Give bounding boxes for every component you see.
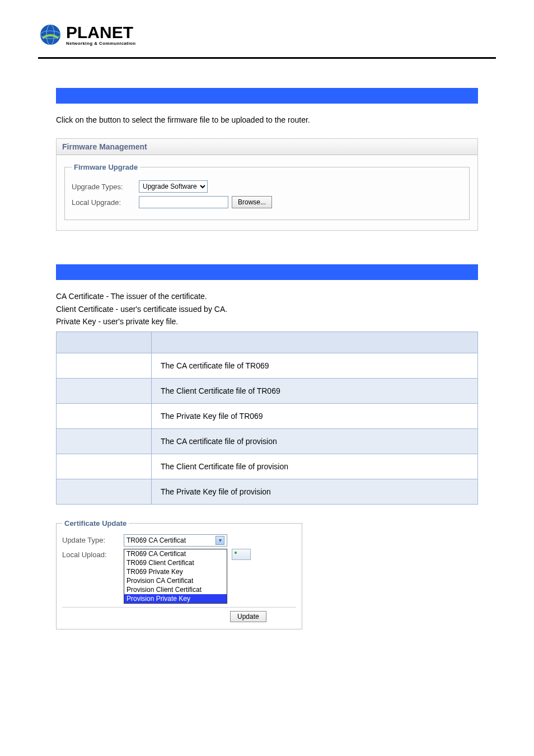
table-row: The Client Certificate file of TR069 <box>57 378 478 403</box>
chevron-down-icon: ▾ <box>216 536 224 545</box>
local-upload-browse-button[interactable] <box>232 549 251 560</box>
cert-update-fieldset: Certificate Update Update Type: TR069 CA… <box>56 519 302 629</box>
table-cell-name <box>57 403 152 428</box>
dropdown-option[interactable]: TR069 CA Certificat <box>124 549 227 558</box>
cert-line1: CA Certificate - The issuer of the certi… <box>56 290 478 302</box>
page-header: PLANET Networking & Communication <box>0 0 534 57</box>
table-header-row <box>57 332 478 353</box>
table-cell-desc: The Client Certificate file of provision <box>152 454 478 479</box>
table-cell-desc: The Client Certificate file of TR069 <box>152 378 478 403</box>
divider <box>62 607 296 608</box>
table-cell-desc: The Private Key file of provision <box>152 479 478 504</box>
firmware-intro: Click on the button to select the firmwa… <box>56 114 478 126</box>
firmware-upgrade-fieldset: Firmware Upgrade Upgrade Types: Upgrade … <box>64 163 470 220</box>
table-header-desc <box>152 332 478 353</box>
firmware-panel: Firmware Management Firmware Upgrade Upg… <box>56 138 478 231</box>
table-cell-desc: The CA certificate file of provision <box>152 428 478 454</box>
table-row: The Private Key file of TR069 <box>57 403 478 428</box>
local-upload-label: Local Upload: <box>62 549 124 559</box>
table-row: The CA certificate file of provision <box>57 428 478 454</box>
table-row: The Private Key file of provision <box>57 479 478 504</box>
cert-line2: Client Certificate - user's certificate … <box>56 303 478 315</box>
dropdown-option[interactable]: TR069 Client Certificat <box>124 558 227 567</box>
section-bar-cert <box>56 264 478 280</box>
upgrade-types-label: Upgrade Types: <box>72 183 139 191</box>
logo-tagline: Networking & Communication <box>66 41 136 46</box>
dropdown-option[interactable]: Provision Private Key <box>124 594 227 603</box>
local-upgrade-label: Local Upgrade: <box>72 198 139 207</box>
firmware-upgrade-legend: Firmware Upgrade <box>72 163 140 171</box>
table-header-name <box>57 332 152 353</box>
upgrade-types-select[interactable]: Upgrade Software <box>139 180 208 193</box>
cert-update-legend: Certificate Update <box>62 519 129 528</box>
table-cell-desc: The Private Key file of TR069 <box>152 403 478 428</box>
update-type-label: Update Type: <box>62 534 124 544</box>
update-button[interactable]: Update <box>230 611 266 622</box>
cert-line3: Private Key - user's private key file. <box>56 315 478 328</box>
globe-icon <box>38 22 63 47</box>
table-row: The Client Certificate file of provision <box>57 454 478 479</box>
local-upgrade-input[interactable] <box>139 196 228 208</box>
section-bar-firmware <box>56 88 478 104</box>
table-cell-name <box>57 428 152 454</box>
table-row: The CA certificate file of TR069 <box>57 353 478 378</box>
table-cell-name <box>57 479 152 504</box>
update-type-select[interactable]: TR069 CA Certificat ▾ <box>124 534 227 547</box>
dropdown-option[interactable]: Provision CA Certificat <box>124 576 227 585</box>
update-type-value: TR069 CA Certificat <box>127 536 186 544</box>
table-cell-name <box>57 353 152 378</box>
cert-table: The CA certificate file of TR069 The Cli… <box>56 332 478 505</box>
dropdown-option[interactable]: Provision Client Certificat <box>124 585 227 594</box>
browse-button[interactable]: Browse... <box>232 196 272 208</box>
dropdown-option[interactable]: TR069 Private Key <box>124 567 227 576</box>
update-type-dropdown[interactable]: TR069 CA CertificatTR069 Client Certific… <box>124 549 227 604</box>
table-cell-name <box>57 454 152 479</box>
logo: PLANET Networking & Communication <box>38 22 534 47</box>
table-cell-name <box>57 378 152 403</box>
logo-brand: PLANET <box>66 24 136 41</box>
firmware-panel-title: Firmware Management <box>57 139 477 155</box>
table-cell-desc: The CA certificate file of TR069 <box>152 353 478 378</box>
